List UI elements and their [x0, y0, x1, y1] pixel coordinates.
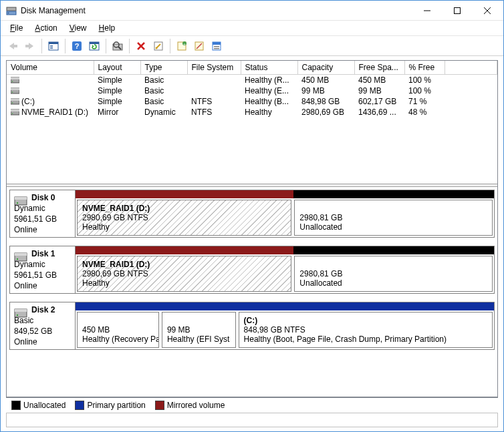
cell-capacity: 450 MB	[297, 75, 354, 86]
table-row[interactable]: NVME_RAID1 (D:)MirrorDynamicNTFSHealthy2…	[7, 107, 497, 118]
menu-action[interactable]: Action	[29, 22, 62, 34]
partition[interactable]: 2980,81 GB Unallocated	[294, 256, 493, 292]
cell-layout: Simple	[94, 85, 140, 96]
partition-status: Healthy (Recovery Parti	[82, 335, 159, 344]
color-segment	[293, 190, 494, 198]
disk-icon	[14, 194, 27, 206]
app-icon	[6, 5, 17, 16]
partition-sub: 2980,81 GB	[299, 213, 342, 222]
menu-view[interactable]: View	[64, 22, 92, 34]
action-button-1[interactable]: +	[174, 38, 190, 54]
color-segment	[76, 302, 151, 310]
disk-state: Online	[14, 281, 71, 290]
partition[interactable]: NVME_RAID1 (D:)2980,69 GB NTFS Healthy	[77, 256, 291, 292]
cell-type: Basic	[140, 75, 187, 86]
graphical-pane[interactable]: Disk 0 Dynamic 5961,51 GB Online NVME_RA…	[7, 187, 497, 397]
color-bar	[76, 302, 494, 310]
forward-button[interactable]	[22, 38, 38, 54]
cell-capacity: 99 MB	[297, 85, 354, 96]
partition-sub: 450 MB	[82, 325, 110, 335]
partition[interactable]: NVME_RAID1 (D:)2980,69 GB NTFS Healthy	[77, 200, 291, 236]
partition-sub: 2980,69 GB NTFS	[82, 269, 148, 278]
cell-free: 99 MB	[354, 85, 404, 96]
col-status[interactable]: Status	[241, 61, 297, 75]
partition-status: Healthy (EFI Syst	[167, 335, 229, 344]
svg-rect-0	[7, 7, 16, 11]
col-layout[interactable]: Layout	[94, 61, 140, 75]
color-segment	[151, 302, 227, 310]
partition[interactable]: 2980,81 GB Unallocated	[294, 200, 493, 236]
cell-free: 1436,69 ...	[354, 107, 404, 118]
action-button-3[interactable]	[209, 38, 225, 54]
separator	[41, 39, 42, 53]
disk-meta[interactable]: Disk 2 Basic 849,52 GB Online	[10, 302, 76, 349]
col-capacity[interactable]: Capacity	[297, 61, 354, 75]
disk-row[interactable]: Disk 1 Dynamic 5961,51 GB Online NVME_RA…	[9, 246, 495, 294]
table-row[interactable]: SimpleBasicHealthy (R...450 MB450 MB100 …	[7, 75, 497, 86]
drive-icon	[11, 109, 19, 116]
disk-size: 5961,51 GB	[14, 270, 71, 280]
cell-fs	[187, 75, 241, 86]
cell-status: Healthy (E...	[241, 85, 297, 96]
col-fs[interactable]: File System	[187, 61, 241, 75]
col-free[interactable]: Free Spa...	[354, 61, 404, 75]
cell-free: 602,17 GB	[354, 96, 404, 107]
toolbar: ? +	[1, 36, 503, 56]
svg-point-47	[17, 202, 18, 204]
cell-capacity: 848,98 GB	[297, 96, 354, 107]
svg-rect-37	[11, 88, 19, 90]
color-bar	[76, 190, 494, 198]
cell-fs: NTFS	[187, 107, 241, 118]
cell-fs: NTFS	[187, 96, 241, 107]
partition-sub: 2980,69 GB NTFS	[82, 213, 148, 222]
disk-meta[interactable]: Disk 1 Dynamic 5961,51 GB Online	[10, 246, 76, 293]
svg-point-50	[17, 258, 18, 260]
disk-meta[interactable]: Disk 0 Dynamic 5961,51 GB Online	[10, 190, 76, 237]
col-spacer	[445, 61, 497, 75]
disk-partitions: NVME_RAID1 (D:)2980,69 GB NTFS Healthy 2…	[76, 190, 494, 237]
disk-row[interactable]: Disk 0 Dynamic 5961,51 GB Online NVME_RA…	[9, 190, 495, 238]
drive-icon	[11, 98, 19, 105]
partition-sub: 848,98 GB NTFS	[244, 325, 305, 335]
menu-file[interactable]: File	[5, 22, 28, 34]
partition-title: NVME_RAID1 (D:)	[82, 260, 150, 269]
cell-pct: 71 %	[404, 96, 445, 107]
partition[interactable]: 450 MB Healthy (Recovery Parti	[77, 312, 159, 348]
svg-rect-30	[213, 42, 221, 45]
separator	[65, 39, 66, 53]
partition-status: Healthy (Boot, Page File, Crash Dump, Pr…	[244, 335, 447, 344]
separator	[129, 39, 130, 53]
refresh-button[interactable]	[86, 38, 102, 54]
table-row[interactable]: (C:)SimpleBasicNTFSHealthy (B...848,98 G…	[7, 96, 497, 107]
disk-row[interactable]: Disk 2 Basic 849,52 GB Online 450 MB Hea…	[9, 302, 495, 350]
back-button[interactable]	[5, 38, 21, 54]
svg-rect-4	[454, 7, 460, 13]
help-button[interactable]: ?	[69, 38, 85, 54]
svg-rect-7	[13, 45, 17, 47]
minimize-button[interactable]	[412, 1, 442, 20]
menu-help[interactable]: Help	[94, 22, 121, 34]
cell-layout: Simple	[94, 75, 140, 86]
disk-state: Online	[14, 225, 71, 234]
action-button-2[interactable]	[191, 38, 207, 54]
table-row[interactable]: SimpleBasicHealthy (E...99 MB99 MB100 %	[7, 85, 497, 96]
partition[interactable]: (C:)848,98 GB NTFS Healthy (Boot, Page F…	[239, 312, 493, 348]
close-button[interactable]	[472, 1, 502, 20]
maximize-button[interactable]	[442, 1, 472, 20]
partition-status: Unallocated	[299, 278, 342, 288]
svg-rect-49	[15, 253, 27, 256]
volume-list-pane[interactable]: Volume Layout Type File System Status Ca…	[7, 61, 497, 184]
delete-button[interactable]	[133, 38, 149, 54]
show-hide-tree-button[interactable]	[45, 38, 61, 54]
color-segment	[226, 302, 494, 310]
col-type[interactable]: Type	[140, 61, 187, 75]
properties-button[interactable]	[150, 38, 166, 54]
partition-sub: 2980,81 GB	[299, 269, 342, 278]
col-pct[interactable]: % Free	[404, 61, 445, 75]
disk-label: Disk 2	[31, 305, 55, 314]
partition[interactable]: 99 MB Healthy (EFI Syst	[162, 312, 236, 348]
volume-table[interactable]: Volume Layout Type File System Status Ca…	[7, 61, 497, 118]
partition-title: (C:)	[244, 316, 258, 325]
rescan-button[interactable]	[110, 38, 126, 54]
col-volume[interactable]: Volume	[7, 61, 94, 75]
